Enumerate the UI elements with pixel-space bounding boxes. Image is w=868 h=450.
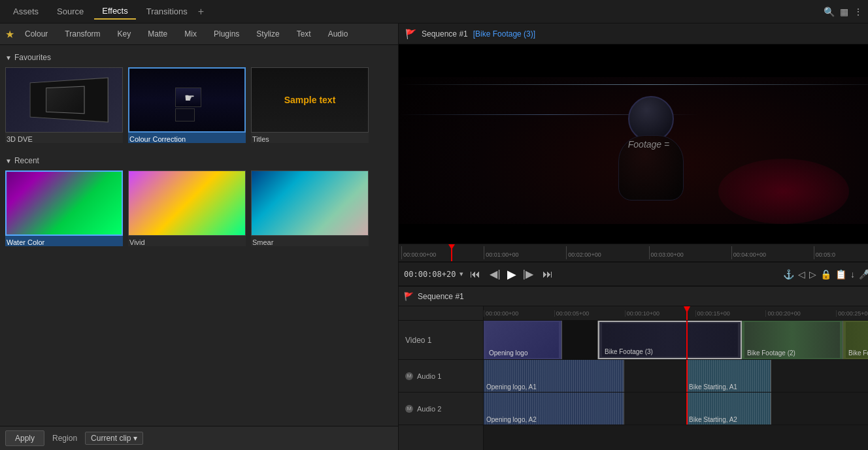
filter-colour[interactable]: Colour: [18, 27, 54, 40]
ruler-mark-0: 00:00:00+00: [401, 246, 484, 259]
ruler-mark-2: 00:02:00+00: [566, 246, 648, 259]
effect-vivid-thumb: [128, 170, 246, 236]
clip-bike2[interactable]: Bike Footage (2): [742, 321, 843, 359]
hook-icon[interactable]: ⚓: [783, 269, 794, 280]
effect-colour-correction[interactable]: ☛ Colour Correction: [128, 67, 246, 143]
video1-track: Opening logo Bike Footage (3): [484, 321, 868, 360]
favourites-grid: 3D DVE ☛: [5, 67, 393, 143]
filter-key[interactable]: Key: [111, 27, 138, 40]
region-select[interactable]: Current clip ▾: [85, 432, 143, 445]
apply-bar: Apply Region Current clip ▾: [0, 426, 398, 450]
preview-seq-detail: [Bike Footage (3)]: [473, 29, 535, 39]
step-back-button[interactable]: ◀|: [487, 266, 503, 281]
ruler-mark-1: 00:01:00+00: [484, 246, 566, 259]
audio2-gap: [624, 393, 686, 425]
left-panel: ★ Colour Transform Key Matte Mix Plugins…: [0, 24, 399, 450]
effects-area: ▼ Favourites 3D DVE: [0, 45, 398, 426]
audio2-mute[interactable]: M: [405, 405, 413, 413]
filter-stylize[interactable]: Stylize: [250, 27, 286, 40]
favourites-label: Favourites: [14, 53, 51, 62]
clip-bike3-label: Bike Footage (3): [605, 348, 653, 355]
recent-arrow: ▼: [5, 157, 12, 165]
filter-transform[interactable]: Transform: [58, 27, 107, 40]
mark-in-icon[interactable]: ◁: [798, 269, 805, 280]
preview-controls: 00:00:08+20 ▾ ⏮ ◀| ▶ |▶ ⏭ ⚓ ◁ ▷ 🔒 📋 ↓ 🎤: [399, 262, 868, 285]
clip-icon[interactable]: 📋: [835, 269, 846, 280]
mic-icon[interactable]: 🎤: [859, 269, 868, 280]
clip-audio-opening1-label: Opening logo, A1: [486, 383, 537, 391]
ruler-mark-4: 00:04:00+00: [731, 246, 814, 259]
search-icon[interactable]: 🔍: [824, 7, 835, 17]
clip-audio-bike2[interactable]: Bike Starting, A2: [686, 393, 771, 425]
clip-audio-opening2[interactable]: Opening logo, A2: [484, 393, 624, 425]
goto-start-button[interactable]: ⏮: [467, 267, 483, 281]
play-button[interactable]: ▶: [507, 267, 516, 281]
audio2-track: Opening logo, A2 Bike Starting, A2: [484, 393, 868, 425]
clip-black[interactable]: [562, 321, 598, 359]
sample-text: Sample text: [284, 95, 336, 105]
clip-bike1[interactable]: Bike Footage (1): [843, 321, 868, 359]
favourites-section-header[interactable]: ▼ Favourites: [5, 50, 393, 67]
clip-audio-bike1-label: Bike Starting, A1: [689, 383, 737, 391]
tab-assets[interactable]: Assets: [5, 4, 46, 19]
region-dropdown-arrow: ▾: [133, 434, 137, 443]
step-forward-button[interactable]: |▶: [520, 266, 536, 281]
tl-mark-2: 00:00:10+00: [625, 310, 695, 317]
effect-cc-thumb: ☛: [128, 67, 246, 133]
timeline-ruler: 00:00:00+00 00:00:05+00 00:00:10+00 00:0…: [484, 306, 868, 321]
more-icon[interactable]: ⋮: [854, 7, 863, 17]
effect-3ddve[interactable]: 3D DVE: [5, 67, 123, 143]
preview-ruler: 00:00:00+00 00:01:00+00 00:02:00+00 00:0…: [399, 244, 868, 262]
filter-text[interactable]: Text: [290, 27, 318, 40]
region-value: Current clip: [91, 434, 131, 443]
filter-matte[interactable]: Matte: [141, 27, 174, 40]
ruler-mark-3: 00:03:00+00: [649, 246, 731, 259]
tl-ruler-marks: 00:00:00+00 00:00:05+00 00:00:10+00 00:0…: [484, 310, 868, 317]
effect-smear-label: Smear: [251, 236, 369, 246]
audio1-track: Opening logo, A1 Bike Starting, A1: [484, 360, 868, 393]
goto-end-button[interactable]: ⏭: [540, 267, 556, 281]
tab-effects[interactable]: Effects: [94, 3, 136, 20]
top-nav: Assets Source Effects Transitions + 🔍 ▦ …: [0, 0, 868, 24]
lock-icon[interactable]: 🔒: [820, 269, 831, 280]
timeline-playhead[interactable]: [686, 306, 688, 320]
tab-transitions[interactable]: Transitions: [139, 4, 195, 19]
filter-plugins[interactable]: Plugins: [207, 27, 246, 40]
effect-titles[interactable]: Sample text Titles: [251, 67, 369, 143]
video-track-playhead: [686, 321, 688, 359]
effect-smear[interactable]: Smear: [251, 170, 369, 246]
timeline-section: 🚩 Sequence #1 − + Video 1 M: [399, 285, 868, 450]
clip-opening-logo[interactable]: Opening logo: [484, 321, 562, 359]
effect-vivid[interactable]: Vivid: [128, 170, 246, 246]
audio1-label: M Audio 1: [399, 360, 483, 393]
filter-audio[interactable]: Audio: [322, 27, 355, 40]
favourites-arrow: ▼: [5, 54, 12, 61]
audio1-mute[interactable]: M: [405, 372, 413, 380]
grid-icon[interactable]: ▦: [840, 7, 848, 17]
tracks-content: 00:00:00+00 00:00:05+00 00:00:10+00 00:0…: [484, 306, 868, 450]
effect-titles-label: Titles: [251, 133, 369, 143]
mark-out-icon[interactable]: ▷: [809, 269, 816, 280]
favourites-star[interactable]: ★: [5, 28, 14, 40]
add-tab-button[interactable]: +: [198, 6, 204, 18]
effect-smear-thumb: [251, 170, 369, 236]
effect-vivid-label: Vivid: [128, 236, 246, 246]
video1-label: Video 1: [399, 321, 483, 360]
recent-section-header[interactable]: ▼ Recent: [5, 153, 393, 170]
timecode-dropdown[interactable]: ▾: [459, 270, 463, 278]
tab-source[interactable]: Source: [49, 4, 92, 19]
effect-water-color[interactable]: Water Color: [5, 170, 123, 246]
ruler-mark-5: 00:05:0: [814, 246, 868, 259]
clip-audio-bike1[interactable]: Bike Starting, A1: [686, 360, 771, 392]
clip-bike1-label: Bike Footage (1): [848, 349, 868, 357]
clip-audio-opening1[interactable]: Opening logo, A1: [484, 360, 624, 392]
apply-button[interactable]: Apply: [5, 430, 44, 446]
cc-img: ☛: [129, 69, 244, 131]
filter-mix[interactable]: Mix: [178, 27, 203, 40]
timecode-display: 00:00:08+20: [404, 270, 456, 279]
effect-cc-label: Colour Correction: [128, 133, 246, 143]
effect-titles-thumb: Sample text: [251, 67, 369, 133]
clip-bike3[interactable]: Bike Footage (3): [598, 321, 742, 359]
tl-mark-5: 00:00:25+00: [836, 310, 868, 317]
overwrite-icon[interactable]: ↓: [850, 269, 855, 280]
